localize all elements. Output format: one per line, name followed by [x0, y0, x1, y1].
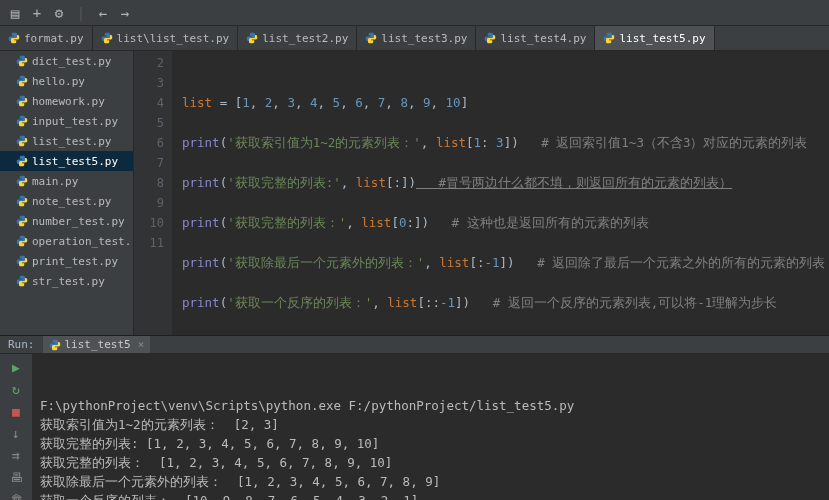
project-file[interactable]: str_test.py	[0, 271, 133, 291]
code-area[interactable]: list = [1, 2, 3, 4, 5, 6, 7, 8, 9, 10] p…	[172, 51, 829, 335]
file-label: note_test.py	[32, 195, 111, 208]
console-line: 获取一个反序的列表： [10, 9, 8, 7, 6, 5, 4, 3, 2, …	[40, 491, 821, 500]
run-tab[interactable]: list_test5×	[43, 336, 151, 353]
file-label: list_test.py	[32, 135, 111, 148]
code-line: print('获取除最后一个元素外的列表：', list[:-1]) # 返回除…	[182, 253, 829, 273]
code-line: print('获取完整的列表:', list[:]) #冒号两边什么都不填，则返…	[182, 173, 829, 193]
python-icon	[16, 175, 28, 187]
run-label: Run:	[8, 338, 35, 351]
python-icon	[16, 115, 28, 127]
console-line: 获取完整的列表： [1, 2, 3, 4, 5, 6, 7, 8, 9, 10]	[40, 453, 821, 472]
python-icon	[16, 95, 28, 107]
file-label: dict_test.py	[32, 55, 111, 68]
python-icon	[16, 195, 28, 207]
stop-icon[interactable]: ■	[6, 402, 26, 420]
run-toolbar: ▶ ↻ ■ ↓ ⇉ 🖶 🗑	[0, 354, 32, 500]
line-number: 8	[134, 173, 164, 193]
run-panel: Run: list_test5× ▶ ↻ ■ ↓ ⇉ 🖶 🗑 F:\python…	[0, 335, 829, 500]
editor: 234567891011 list = [1, 2, 3, 4, 5, 6, 7…	[134, 51, 829, 335]
file-label: input_test.py	[32, 115, 118, 128]
tab-label: list\list_test.py	[117, 32, 230, 45]
python-icon	[246, 32, 258, 44]
tab-label: format.py	[24, 32, 84, 45]
print-icon[interactable]: 🖶	[6, 468, 26, 486]
tab-label: list_test2.py	[262, 32, 348, 45]
layout-icon[interactable]: ⇉	[6, 446, 26, 464]
editor-tab[interactable]: list_test5.py	[595, 26, 714, 50]
code-line: list = [1, 2, 3, 4, 5, 6, 7, 8, 9, 10]	[182, 93, 829, 113]
tab-label: list_test3.py	[381, 32, 467, 45]
project-file[interactable]: dict_test.py	[0, 51, 133, 71]
python-icon	[16, 55, 28, 67]
project-tree: dict_test.pyhello.pyhomework.pyinput_tes…	[0, 51, 134, 335]
editor-tab[interactable]: list\list_test.py	[93, 26, 239, 50]
close-icon[interactable]: ×	[138, 338, 145, 351]
python-icon	[16, 75, 28, 87]
python-icon	[16, 135, 28, 147]
python-icon	[16, 215, 28, 227]
python-icon	[8, 32, 20, 44]
run-icon[interactable]: ▶	[6, 358, 26, 376]
python-icon	[484, 32, 496, 44]
line-number: 3	[134, 73, 164, 93]
console-line: 获取除最后一个元素外的列表： [1, 2, 3, 4, 5, 6, 7, 8, …	[40, 472, 821, 491]
project-file[interactable]: input_test.py	[0, 111, 133, 131]
line-number: 6	[134, 133, 164, 153]
python-icon	[603, 32, 615, 44]
console-line: F:\pythonProject\venv\Scripts\python.exe…	[40, 396, 821, 415]
line-number: 2	[134, 53, 164, 73]
project-file[interactable]: hello.py	[0, 71, 133, 91]
line-number: 11	[134, 233, 164, 253]
file-label: number_test.py	[32, 215, 125, 228]
code-line: print('获取完整的列表：', list[0:]) # 这种也是返回所有的元…	[182, 213, 829, 233]
down-icon[interactable]: ↓	[6, 424, 26, 442]
tab-label: list_test4.py	[500, 32, 586, 45]
console-line: 获取完整的列表: [1, 2, 3, 4, 5, 6, 7, 8, 9, 10]	[40, 434, 821, 453]
python-icon	[49, 339, 61, 351]
editor-tab[interactable]: list_test2.py	[238, 26, 357, 50]
code-line: print('获取从右往左第2和第三个元素列表：', list[-3:-1]) …	[182, 333, 829, 335]
nav-back-icon[interactable]: ←	[92, 2, 114, 24]
code-line: print('获取一个反序的列表：', list[::-1]) # 返回一个反序…	[182, 293, 829, 313]
project-file[interactable]: list_test.py	[0, 131, 133, 151]
trash-icon[interactable]: 🗑	[6, 490, 26, 500]
editor-tab[interactable]: list_test3.py	[357, 26, 476, 50]
line-number: 4	[134, 93, 164, 113]
folder-icon[interactable]: ▤	[4, 2, 26, 24]
project-file[interactable]: print_test.py	[0, 251, 133, 271]
project-file[interactable]: list_test5.py	[0, 151, 133, 171]
python-icon	[16, 255, 28, 267]
plus-icon[interactable]: +	[26, 2, 48, 24]
file-label: print_test.py	[32, 255, 118, 268]
editor-tab[interactable]: list_test4.py	[476, 26, 595, 50]
python-icon	[16, 275, 28, 287]
project-file[interactable]: main.py	[0, 171, 133, 191]
editor-tabs: format.pylist\list_test.pylist_test2.pyl…	[0, 26, 829, 51]
file-label: main.py	[32, 175, 78, 188]
project-file[interactable]: note_test.py	[0, 191, 133, 211]
console-output[interactable]: F:\pythonProject\venv\Scripts\python.exe…	[32, 354, 829, 500]
python-icon	[16, 155, 28, 167]
python-icon	[16, 235, 28, 247]
gear-icon[interactable]: ⚙	[48, 2, 70, 24]
line-number: 7	[134, 153, 164, 173]
project-file[interactable]: operation_test.	[0, 231, 133, 251]
editor-tab[interactable]: format.py	[0, 26, 93, 50]
divider: |	[70, 2, 92, 24]
console-line: 获取索引值为1~2的元素列表： [2, 3]	[40, 415, 821, 434]
file-label: operation_test.	[32, 235, 131, 248]
tab-label: list_test5.py	[619, 32, 705, 45]
rerun-icon[interactable]: ↻	[6, 380, 26, 398]
nav-forward-icon[interactable]: →	[114, 2, 136, 24]
file-label: homework.py	[32, 95, 105, 108]
line-number: 10	[134, 213, 164, 233]
python-icon	[365, 32, 377, 44]
code-line: print('获取索引值为1~2的元素列表：', list[1: 3]) # 返…	[182, 133, 829, 153]
gutter: 234567891011	[134, 51, 172, 335]
project-file[interactable]: homework.py	[0, 91, 133, 111]
run-header: Run: list_test5×	[0, 336, 829, 354]
python-icon	[101, 32, 113, 44]
project-file[interactable]: number_test.py	[0, 211, 133, 231]
file-label: hello.py	[32, 75, 85, 88]
file-label: list_test5.py	[32, 155, 118, 168]
